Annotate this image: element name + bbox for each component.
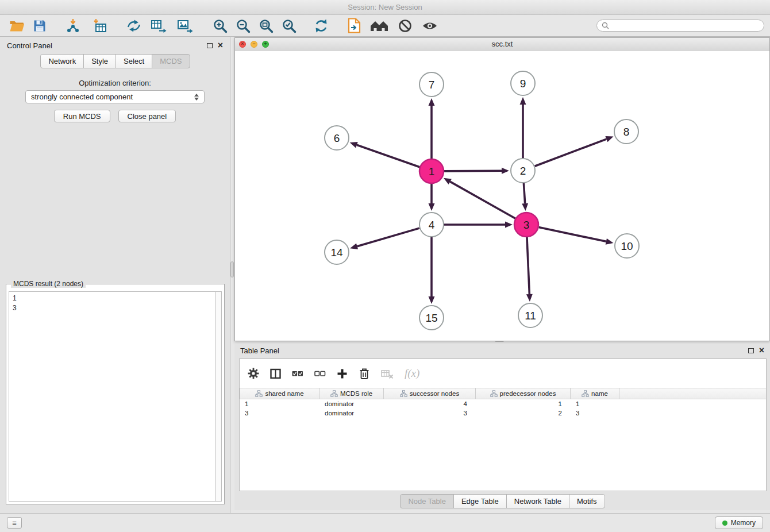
- table-cell[interactable]: 1: [476, 400, 571, 407]
- export-table-button[interactable]: [149, 17, 168, 35]
- graph-node-3[interactable]: 3: [514, 213, 538, 237]
- float-table-panel-icon[interactable]: [748, 348, 754, 353]
- tab-network[interactable]: Network: [40, 54, 84, 68]
- table-cell[interactable]: 3: [571, 410, 619, 417]
- hide-style-button[interactable]: [396, 17, 414, 35]
- home-button[interactable]: [369, 17, 390, 35]
- table-cell[interactable]: 1: [240, 400, 319, 407]
- float-panel-icon[interactable]: [207, 43, 213, 48]
- edge-arrowhead: [429, 203, 435, 211]
- column-header[interactable]: MCDS role: [319, 388, 384, 399]
- column-header[interactable]: predecessor nodes: [476, 388, 571, 399]
- mcds-result-item[interactable]: 3: [13, 303, 211, 313]
- tab-style[interactable]: Style: [83, 54, 116, 68]
- network-window-titlebar[interactable]: scc.txt × − +: [235, 38, 769, 51]
- search-box[interactable]: [596, 20, 764, 32]
- traffic-lights: × − +: [239, 41, 269, 48]
- circle-slash-icon: [398, 18, 413, 33]
- show-hide-button[interactable]: [421, 17, 439, 35]
- zoom-fit-button[interactable]: [257, 17, 275, 35]
- deselect-all-button[interactable]: [314, 368, 326, 379]
- tab-select[interactable]: Select: [116, 54, 152, 68]
- save-session-button[interactable]: [31, 17, 48, 35]
- add-column-button[interactable]: [337, 368, 348, 379]
- close-window-icon[interactable]: ×: [239, 41, 246, 48]
- delete-column-button[interactable]: [359, 368, 370, 380]
- tab-node-table[interactable]: Node Table: [400, 494, 454, 508]
- tab-motifs[interactable]: Motifs: [569, 494, 605, 508]
- table-settings-button[interactable]: [248, 368, 259, 379]
- run-mcds-button[interactable]: Run MCDS: [54, 110, 110, 122]
- column-header[interactable]: successor nodes: [384, 388, 476, 399]
- layout-arrows-button[interactable]: [125, 17, 143, 35]
- graph-edge-1-2[interactable]: [444, 171, 502, 171]
- function-builder-button[interactable]: f(x): [405, 367, 419, 380]
- graph-node-15[interactable]: 15: [419, 306, 444, 330]
- zoom-window-icon[interactable]: +: [262, 41, 269, 48]
- graph-node-7[interactable]: 7: [419, 72, 444, 97]
- graph-node-9[interactable]: 9: [511, 71, 535, 95]
- column-edit-icon: [330, 390, 338, 397]
- optimization-dropdown[interactable]: strongly connected component: [25, 90, 205, 103]
- tab-network-table[interactable]: Network Table: [506, 494, 569, 508]
- graph-edge-2-3[interactable]: [523, 183, 525, 203]
- table-panel-title: Table Panel: [240, 346, 279, 355]
- task-history-button[interactable]: ≡: [7, 517, 22, 529]
- tab-edge-table[interactable]: Edge Table: [453, 494, 507, 508]
- close-table-panel-icon[interactable]: ×: [759, 347, 764, 354]
- edge-arrowhead: [605, 136, 613, 142]
- table-cell[interactable]: 4: [384, 400, 476, 407]
- table-cell[interactable]: 3: [240, 410, 319, 417]
- table-panel-tabs: Node TableEdge TableNetwork TableMotifs: [234, 494, 770, 508]
- table-row[interactable]: 3dominator323: [240, 408, 766, 418]
- graph-edge-4-14[interactable]: [357, 228, 419, 246]
- search-icon: [602, 22, 609, 29]
- mcds-result-item[interactable]: 1: [13, 294, 211, 303]
- network-canvas[interactable]: 7968124314101511: [235, 51, 769, 341]
- close-panel-icon[interactable]: ×: [218, 42, 223, 49]
- node-label: 7: [429, 79, 435, 91]
- export-image-button[interactable]: [176, 17, 194, 35]
- graph-node-8[interactable]: 8: [614, 119, 638, 144]
- import-network-button[interactable]: [64, 17, 82, 35]
- optimization-criterion-label: Optimization criterion:: [0, 79, 230, 87]
- refresh-button[interactable]: [313, 17, 330, 35]
- column-header[interactable]: shared name: [240, 388, 319, 399]
- table-cell[interactable]: 1: [571, 400, 619, 407]
- graph-edge-1-6[interactable]: [357, 145, 419, 167]
- graph-edge-3-10[interactable]: [539, 228, 606, 242]
- zoom-out-button[interactable]: [234, 17, 252, 35]
- open-file-button[interactable]: [8, 17, 25, 35]
- close-panel-button[interactable]: Close panel: [118, 110, 176, 122]
- graph-node-4[interactable]: 4: [419, 213, 444, 237]
- delete-table-button[interactable]: [381, 368, 394, 379]
- graph-node-2[interactable]: 2: [511, 159, 535, 183]
- network-file-button[interactable]: [346, 17, 363, 35]
- table-row[interactable]: 1dominator411: [240, 399, 766, 408]
- graph-edge-2-8[interactable]: [535, 139, 607, 166]
- table-cell[interactable]: 3: [384, 410, 476, 417]
- table-cell[interactable]: dominator: [319, 400, 384, 407]
- result-scrollbar[interactable]: [215, 291, 222, 502]
- column-header[interactable]: name: [571, 388, 619, 399]
- vertical-splitter-handle[interactable]: [230, 261, 234, 277]
- zoom-in-button[interactable]: [211, 17, 229, 35]
- minimize-window-icon[interactable]: −: [251, 41, 257, 48]
- memory-button[interactable]: Memory: [715, 516, 763, 529]
- graph-edge-3-11[interactable]: [527, 237, 529, 294]
- tab-mcds[interactable]: MCDS: [152, 54, 190, 68]
- search-input[interactable]: [613, 22, 759, 30]
- table-cell[interactable]: 2: [476, 410, 571, 417]
- graph-node-6[interactable]: 6: [325, 126, 349, 150]
- zoom-selected-button[interactable]: [280, 17, 298, 35]
- select-all-button[interactable]: [292, 368, 303, 379]
- import-table-button[interactable]: [92, 17, 109, 35]
- graph-node-11[interactable]: 11: [518, 303, 542, 327]
- show-columns-button[interactable]: [270, 368, 281, 379]
- graph-edge-3-1[interactable]: [450, 182, 515, 218]
- graph-node-1[interactable]: 1: [419, 159, 444, 183]
- table-cell[interactable]: dominator: [319, 410, 384, 417]
- graph-node-14[interactable]: 14: [325, 240, 349, 264]
- graph-node-10[interactable]: 10: [615, 234, 639, 258]
- mcds-result-list[interactable]: 13: [9, 291, 215, 502]
